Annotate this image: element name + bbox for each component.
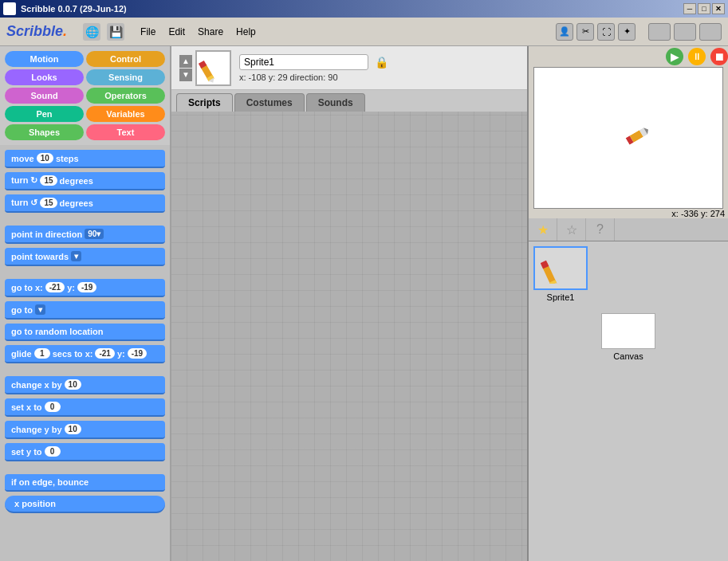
category-motion[interactable]: Motion [5, 51, 84, 67]
maximize-button[interactable]: □ [698, 3, 710, 14]
main-layout: Motion Control Looks Sensing Sound Opera… [0, 46, 728, 561]
filled-star-tab[interactable]: ★ [529, 218, 557, 241]
sprite-item-label: Sprite1 [547, 292, 575, 302]
canvas-item-thumb [601, 313, 655, 349]
nav-up-btn[interactable]: ▲ [179, 55, 192, 68]
sprite-coords: x: -108 y: 29 direction: 90 [239, 73, 388, 82]
sprite-info: 🔒 x: -108 y: 29 direction: 90 [239, 54, 388, 82]
minimize-button[interactable]: ─ [683, 3, 696, 14]
globe-icon[interactable]: 🌐 [83, 23, 100, 41]
sprite-on-stage [626, 126, 651, 145]
category-sensing[interactable]: Sensing [86, 69, 165, 85]
scissors-icon[interactable]: ✂ [576, 23, 594, 41]
sprite-name-input[interactable] [239, 54, 368, 70]
categories: Motion Control Looks Sensing Sound Opera… [0, 46, 170, 145]
category-sound[interactable]: Sound [5, 88, 84, 104]
stage-canvas [533, 67, 723, 209]
block-point-direction[interactable]: point in direction 90▾ [5, 226, 165, 244]
app-logo: Scribble. [6, 23, 67, 40]
empty-star-tab[interactable]: ☆ [557, 218, 586, 241]
block-turn-left[interactable]: turn ↺ 15 degrees [5, 194, 165, 213]
help-menu[interactable]: Help [236, 26, 256, 37]
block-go-to[interactable]: go to ▾ [5, 301, 165, 320]
block-change-y[interactable]: change y by 10 [5, 421, 165, 439]
blocks-list: move 10 steps turn ↻ 15 degrees turn ↺ 1… [0, 145, 170, 561]
category-operators[interactable]: Operators [86, 88, 165, 104]
category-text[interactable]: Text [86, 124, 165, 140]
stage-coords: x: -336 y: 274 [529, 209, 728, 218]
script-tabs: Scripts Costumes Sounds [171, 90, 527, 112]
sprite-name-row: 🔒 [239, 54, 388, 70]
save-icon[interactable]: 💾 [107, 23, 124, 41]
sprite-item-thumb [533, 246, 588, 290]
settings-icon[interactable]: ✦ [618, 23, 636, 41]
sprite-thumbnail [195, 50, 231, 86]
menu-bar: Scribble. 🌐 💾 File Edit Share Help 👤 ✂ ⛶… [0, 18, 728, 46]
tab-costumes[interactable]: Costumes [234, 93, 305, 112]
view-2-icon[interactable] [674, 23, 696, 41]
close-button[interactable]: ✕ [712, 3, 725, 14]
category-shapes[interactable]: Shapes [5, 124, 84, 140]
menu-items: File Edit Share Help [140, 26, 256, 37]
block-change-x[interactable]: change x by 10 [5, 376, 165, 394]
green-flag-button[interactable]: ▶ [666, 48, 683, 65]
stage-controls: ▶ ⏸ ⏹ [529, 46, 728, 67]
block-go-to-xy[interactable]: go to x: -21 y: -19 [5, 279, 165, 297]
window-title: Scribble 0.0.7 (29-Jun-12) [21, 4, 127, 14]
account-icon[interactable]: 👤 [556, 23, 573, 41]
category-looks[interactable]: Looks [5, 69, 84, 85]
block-go-random[interactable]: go to random location [5, 324, 165, 341]
middle-panel: ▲ ▼ 🔒 x: -108 [171, 46, 529, 561]
view-3-icon[interactable] [699, 23, 722, 41]
title-bar: Scribble 0.0.7 (29-Jun-12) ─ □ ✕ [0, 0, 728, 18]
help-tab[interactable]: ? [586, 218, 615, 241]
stop-button[interactable]: ⏹ [710, 48, 728, 65]
pause-button[interactable]: ⏸ [688, 48, 706, 65]
category-variables[interactable]: Variables [86, 106, 165, 122]
nav-down-btn[interactable]: ▼ [179, 69, 192, 81]
sprite-mgmt-tabs: ★ ☆ ? [529, 218, 728, 241]
tab-sounds[interactable]: Sounds [306, 93, 365, 112]
scripts-area[interactable] [171, 112, 527, 561]
canvas-item[interactable]: Canvas [533, 313, 723, 361]
block-glide[interactable]: glide 1 secs to x: -21 y: -19 [5, 345, 165, 363]
share-menu[interactable]: Share [198, 26, 223, 37]
category-pen[interactable]: Pen [5, 106, 84, 122]
sprite-list: Sprite1 Canvas [529, 241, 728, 561]
sprite-item-sprite1[interactable]: Sprite1 [533, 246, 588, 302]
block-x-position[interactable]: x position [5, 496, 165, 513]
block-set-y[interactable]: set y to 0 [5, 443, 165, 461]
app-icon [3, 2, 16, 15]
block-move[interactable]: move 10 steps [5, 150, 165, 168]
canvas-item-label: Canvas [613, 351, 643, 361]
toolbar-icons: 🌐 💾 [83, 23, 124, 41]
fullscreen-icon[interactable]: ⛶ [597, 23, 615, 41]
right-toolbar: 👤 ✂ ⛶ ✦ [556, 23, 722, 41]
sprite-info-bar: ▲ ▼ 🔒 x: -108 [171, 46, 527, 90]
left-panel: Motion Control Looks Sensing Sound Opera… [0, 46, 171, 561]
tab-scripts[interactable]: Scripts [176, 93, 233, 112]
category-control[interactable]: Control [86, 51, 165, 67]
view-1-icon[interactable] [648, 23, 671, 41]
block-point-towards[interactable]: point towards ▾ [5, 248, 165, 266]
block-bounce[interactable]: if on edge, bounce [5, 474, 165, 492]
lock-icon[interactable]: 🔒 [375, 56, 388, 69]
file-menu[interactable]: File [140, 26, 155, 37]
block-turn-right[interactable]: turn ↻ 15 degrees [5, 172, 165, 190]
right-panel: ▶ ⏸ ⏹ x: -336 y: 274 ★ ☆ ? [529, 46, 728, 561]
block-set-x[interactable]: set x to 0 [5, 398, 165, 417]
edit-menu[interactable]: Edit [168, 26, 185, 37]
